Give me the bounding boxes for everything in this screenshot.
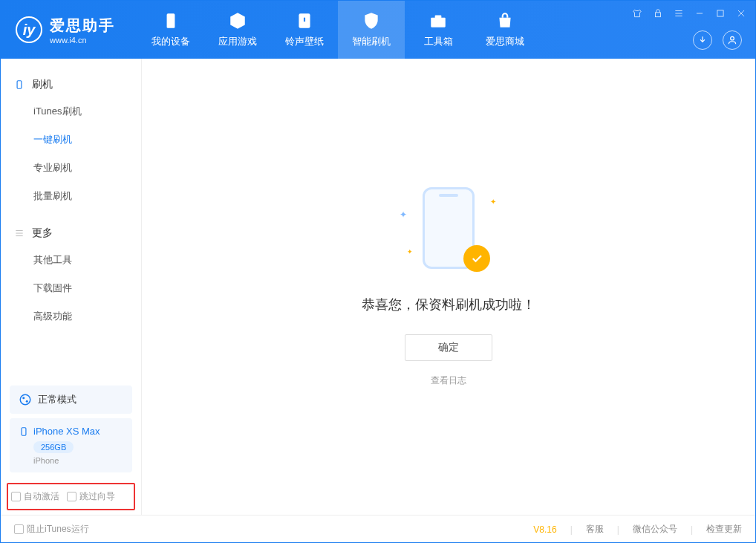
footer: 阻止iTunes运行 V8.16 | 客服 | 微信公众号 | 检查更新 xyxy=(1,515,755,543)
divider: | xyxy=(570,524,573,535)
tab-label: 爱思商城 xyxy=(486,35,524,48)
mode-box[interactable]: 正常模式 xyxy=(10,386,132,414)
footer-link-support[interactable]: 客服 xyxy=(586,523,604,536)
window-controls xyxy=(630,7,748,20)
tshirt-icon[interactable] xyxy=(630,7,644,20)
svg-point-10 xyxy=(26,400,28,403)
checkbox-icon xyxy=(11,492,21,501)
tab-label: 工具箱 xyxy=(424,35,453,48)
success-illustration: ✦ ✦ ✦ xyxy=(397,187,501,276)
sidebar-group-more: 更多 xyxy=(1,221,141,246)
app-logo-icon: iy xyxy=(16,16,42,43)
device-icon xyxy=(161,11,180,30)
header: iy 爱思助手 www.i4.cn 我的设备 应用游戏 铃声壁纸 智能刷机 工具… xyxy=(1,1,755,59)
checkbox-skip-guide[interactable]: 跳过向导 xyxy=(67,490,115,503)
sidebar-item-itunes-flash[interactable]: iTunes刷机 xyxy=(1,97,141,126)
device-name: iPhone XS Max xyxy=(33,426,100,437)
sidebar-group-flash: 刷机 xyxy=(1,72,141,97)
list-icon xyxy=(14,228,25,238)
nav-tabs: 我的设备 应用游戏 铃声壁纸 智能刷机 工具箱 爱思商城 xyxy=(137,1,538,59)
menu-icon[interactable] xyxy=(672,7,685,20)
maximize-icon[interactable] xyxy=(714,7,727,20)
phone-small-icon xyxy=(19,426,29,437)
tab-apps-games[interactable]: 应用游戏 xyxy=(204,1,271,59)
view-log-link[interactable]: 查看日志 xyxy=(431,374,466,387)
success-message: 恭喜您，保资料刷机成功啦！ xyxy=(362,296,535,313)
sidebar-item-advanced[interactable]: 高级功能 xyxy=(1,302,141,331)
group-title: 更多 xyxy=(32,227,53,240)
svg-rect-5 xyxy=(717,10,723,16)
sidebar-item-oneclick-flash[interactable]: 一键刷机 xyxy=(1,126,141,154)
app-title: 爱思助手 xyxy=(50,16,115,36)
sparkle-icon: ✦ xyxy=(490,198,496,206)
svg-rect-11 xyxy=(22,427,26,435)
footer-link-wechat[interactable]: 微信公众号 xyxy=(633,523,677,536)
svg-rect-3 xyxy=(435,15,442,18)
checkbox-label: 阻止iTunes运行 xyxy=(27,523,89,536)
mode-label: 正常模式 xyxy=(38,393,76,406)
lock-icon[interactable] xyxy=(651,7,665,20)
svg-point-9 xyxy=(22,397,25,399)
checkbox-label: 自动激活 xyxy=(24,490,59,503)
sidebar-item-batch-flash[interactable]: 批量刷机 xyxy=(1,182,141,210)
device-box[interactable]: iPhone XS Max 256GB iPhone xyxy=(10,418,132,472)
tab-label: 智能刷机 xyxy=(352,35,391,48)
tab-my-device[interactable]: 我的设备 xyxy=(137,1,204,59)
divider: | xyxy=(691,524,693,535)
version-label: V8.16 xyxy=(533,524,556,535)
user-icon[interactable] xyxy=(723,30,742,50)
phone-icon xyxy=(14,79,25,90)
check-circle-icon xyxy=(463,245,490,272)
cube-icon xyxy=(228,11,247,30)
tab-store[interactable]: 爱思商城 xyxy=(472,1,538,59)
tab-ringtones[interactable]: 铃声壁纸 xyxy=(271,1,338,59)
tab-label: 铃声壁纸 xyxy=(285,35,324,48)
close-icon[interactable] xyxy=(734,7,748,20)
footer-link-update[interactable]: 检查更新 xyxy=(706,523,742,536)
minimize-icon[interactable] xyxy=(693,7,706,20)
svg-rect-0 xyxy=(167,13,175,28)
svg-rect-4 xyxy=(656,13,661,17)
svg-rect-2 xyxy=(431,18,446,27)
tab-label: 应用游戏 xyxy=(218,35,257,48)
main-content: ✦ ✦ ✦ 恭喜您，保资料刷机成功啦！ 确定 查看日志 xyxy=(142,59,755,515)
divider: | xyxy=(617,524,619,535)
checkbox-icon xyxy=(67,492,76,501)
download-icon[interactable] xyxy=(693,30,712,50)
svg-point-8 xyxy=(20,394,30,405)
mode-icon xyxy=(19,393,32,406)
group-title: 刷机 xyxy=(32,78,53,91)
bag-icon xyxy=(495,11,515,30)
sidebar: 刷机 iTunes刷机 一键刷机 专业刷机 批量刷机 更多 其他工具 下载固件 … xyxy=(1,59,142,515)
sparkle-icon: ✦ xyxy=(400,209,407,220)
highlighted-options: 自动激活 跳过向导 xyxy=(7,483,135,510)
shield-icon xyxy=(362,11,381,30)
device-capacity: 256GB xyxy=(33,441,74,453)
checkbox-auto-activate[interactable]: 自动激活 xyxy=(11,490,59,503)
header-actions xyxy=(693,30,742,50)
ok-button[interactable]: 确定 xyxy=(405,334,492,361)
tab-label: 我的设备 xyxy=(151,35,190,48)
checkbox-label: 跳过向导 xyxy=(79,490,115,503)
tab-smart-flash[interactable]: 智能刷机 xyxy=(338,1,405,59)
music-icon xyxy=(295,11,314,30)
svg-point-6 xyxy=(731,36,734,40)
svg-rect-7 xyxy=(17,81,22,89)
checkbox-icon xyxy=(14,524,24,534)
sparkle-icon: ✦ xyxy=(407,248,413,256)
toolbox-icon xyxy=(428,11,448,30)
sidebar-item-download-firmware[interactable]: 下载固件 xyxy=(1,274,141,302)
device-type: iPhone xyxy=(33,456,123,465)
footer-right: V8.16 | 客服 | 微信公众号 | 检查更新 xyxy=(533,523,742,536)
tab-toolbox[interactable]: 工具箱 xyxy=(405,1,472,59)
logo-area: iy 爱思助手 www.i4.cn xyxy=(1,1,130,59)
sidebar-item-pro-flash[interactable]: 专业刷机 xyxy=(1,154,141,182)
checkbox-block-itunes[interactable]: 阻止iTunes运行 xyxy=(14,523,89,536)
device-name-row: iPhone XS Max xyxy=(19,426,123,437)
body: 刷机 iTunes刷机 一键刷机 专业刷机 批量刷机 更多 其他工具 下载固件 … xyxy=(1,59,755,515)
app-subtitle: www.i4.cn xyxy=(50,36,115,45)
sidebar-item-other-tools[interactable]: 其他工具 xyxy=(1,246,141,274)
